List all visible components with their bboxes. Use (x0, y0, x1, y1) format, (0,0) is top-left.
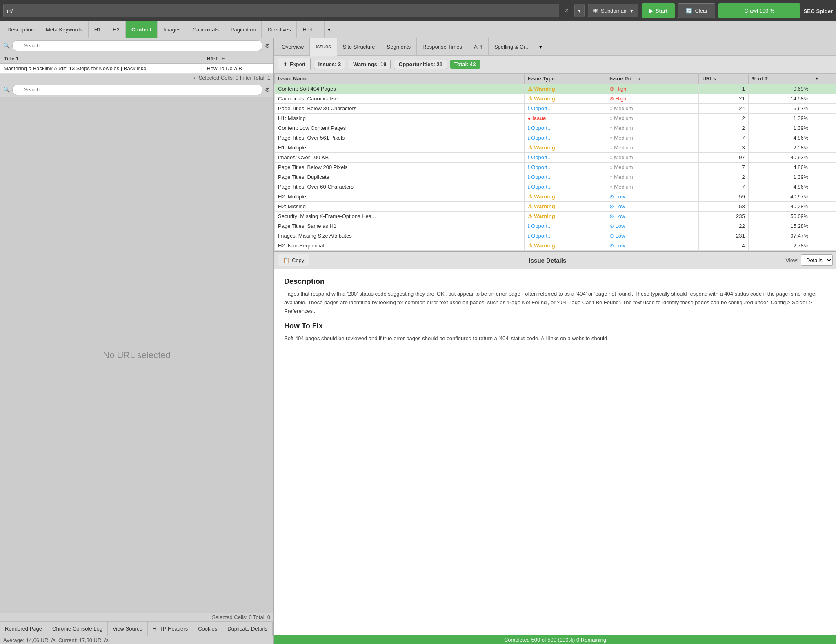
priority-low: ⊙ Low (609, 203, 625, 209)
issue-row[interactable]: Security: Missing X-Frame-Options Hea...… (275, 212, 836, 221)
right-tab-spelling[interactable]: Spelling & Gr... (489, 38, 536, 56)
url-bar[interactable]: m/ (3, 4, 559, 17)
right-tab-response-times[interactable]: Response Times (417, 38, 468, 56)
clear-button[interactable]: 🔄 Clear (678, 3, 715, 18)
copy-button[interactable]: 📋 Copy (278, 254, 309, 266)
priority-low: ⊙ Low (609, 243, 625, 249)
bottom-tab-cookies[interactable]: Cookies (193, 622, 222, 636)
issue-extra-cell (812, 182, 836, 192)
issues-badge[interactable]: Issues: 3 (314, 60, 346, 69)
issue-row[interactable]: Page Titles: Below 30 Characters ℹ Oppor… (275, 104, 836, 114)
issue-name-cell: Content: Soft 404 Pages (275, 84, 525, 94)
right-panel: Overview Issues Site Structure Segments … (274, 38, 836, 644)
lower-filter-icon[interactable]: ⚙ (265, 87, 270, 93)
issue-name-cell: Page Titles: Over 60 Characters (275, 182, 525, 192)
issue-row[interactable]: H2: Missing ⚠ Warning ⊙ Low 58 40,28% (275, 202, 836, 212)
tabs-more-button[interactable]: ▾ (325, 21, 334, 38)
start-button[interactable]: ▶ Start (642, 3, 675, 18)
right-tab-issues[interactable]: Issues (310, 38, 337, 56)
right-tab-overview[interactable]: Overview (276, 38, 310, 56)
issue-urls-cell: 59 (699, 192, 748, 202)
issue-name-cell: Page Titles: Below 200 Pixels (275, 163, 525, 172)
issue-pct-cell: 16,67% (748, 104, 812, 114)
bottom-tabs-row: Rendered Page Chrome Console Log View So… (0, 621, 273, 636)
issue-priority-cell: ○ Medium (606, 153, 699, 163)
issue-type-cell: ⚠ Warning (524, 212, 606, 221)
right-tab-segments[interactable]: Segments (381, 38, 417, 56)
issue-row[interactable]: Page Titles: Same as H1 ℹ Opport... ⊙ Lo… (275, 221, 836, 231)
bottom-tab-duplicate[interactable]: Duplicate Details (222, 622, 273, 636)
issue-priority-cell: ○ Medium (606, 133, 699, 143)
table-row[interactable]: Mastering a Backlink Audit: 13 Steps for… (0, 64, 273, 74)
bottom-tab-headers[interactable]: HTTP Headers (148, 622, 193, 636)
filter-icon[interactable]: ⚙ (265, 42, 270, 49)
tab-directives[interactable]: Directives (262, 21, 297, 38)
issue-row[interactable]: Images: Missing Size Attributes ℹ Opport… (275, 231, 836, 241)
tab-canonicals[interactable]: Canonicals (187, 21, 225, 38)
issue-name-cell: Canonicals: Canonicalised (275, 94, 525, 104)
col-issue-name[interactable]: Issue Name (275, 74, 525, 84)
col-add[interactable]: + (812, 74, 836, 84)
subdomain-button[interactable]: 🕷 Subdomain ▾ (588, 4, 638, 17)
left-search-input[interactable] (12, 40, 262, 51)
issue-row[interactable]: H2: Non-Sequential ⚠ Warning ⊙ Low 4 2,7… (275, 241, 836, 251)
left-status-text: Selected Cells: 0 Filter Total: 1 (199, 75, 270, 81)
bottom-tab-console[interactable]: Chrome Console Log (47, 622, 108, 636)
tab-images[interactable]: Images (158, 21, 187, 38)
issue-type-opport: ℹ Opport... (528, 125, 552, 131)
issue-pct-cell: 40,93% (748, 153, 812, 163)
col-urls[interactable]: URLs (699, 74, 748, 84)
no-url-area: No URL selected (0, 97, 273, 613)
tab-content[interactable]: Content (126, 21, 158, 38)
left-panel: 🔍 ⚙ Title 1 H1-1 + Mastering a Backlink … (0, 38, 274, 644)
issue-type-cell: ℹ Opport... (524, 221, 606, 231)
issue-row[interactable]: Page Titles: Below 200 Pixels ℹ Opport..… (275, 163, 836, 172)
how-to-fix-text: Soft 404 pages should be reviewed and if… (284, 334, 826, 343)
bottom-tab-source[interactable]: View Source (108, 622, 148, 636)
tab-description[interactable]: Description (2, 21, 40, 38)
dropdown-button[interactable]: ▾ (574, 4, 585, 17)
col-pct[interactable]: % of T... (748, 74, 812, 84)
cell-h1: How To Do a B (203, 64, 273, 74)
issue-row[interactable]: Page Titles: Duplicate ℹ Opport... ○ Med… (275, 172, 836, 182)
tab-pagination[interactable]: Pagination (225, 21, 262, 38)
how-to-fix-heading: How To Fix (284, 322, 826, 330)
right-tab-api[interactable]: API (468, 38, 489, 56)
bottom-tab-rendered[interactable]: Rendered Page (0, 622, 47, 636)
col-issue-priority[interactable]: Issue Pri... ▲ (606, 74, 699, 84)
issue-type-opport: ℹ Opport... (528, 184, 552, 190)
close-icon[interactable]: × (563, 5, 571, 16)
right-tab-site-structure[interactable]: Site Structure (337, 38, 381, 56)
tab-h2[interactable]: H2 (107, 21, 126, 38)
issue-row[interactable]: H1: Multiple ⚠ Warning ○ Medium 3 2,08% (275, 143, 836, 153)
tab-meta-keywords[interactable]: Meta Keywords (40, 21, 89, 38)
opportunities-badge[interactable]: Opportunities: 21 (394, 60, 447, 69)
issue-row[interactable]: Content: Low Content Pages ℹ Opport... ○… (275, 123, 836, 133)
col-issue-type[interactable]: Issue Type (524, 74, 606, 84)
issue-name-cell: Page Titles: Below 30 Characters (275, 104, 525, 114)
warnings-badge[interactable]: Warnings: 19 (349, 60, 391, 69)
col-title1[interactable]: Title 1 (0, 53, 203, 64)
issue-pct-cell: 56,09% (748, 212, 812, 221)
issue-extra-cell (812, 202, 836, 212)
issue-priority-cell: ⊗ High (606, 84, 699, 94)
issue-row[interactable]: Content: Soft 404 Pages ⚠ Warning ⊗ High… (275, 84, 836, 94)
issue-row[interactable]: H1: Missing ● Issue ○ Medium 2 1,39% (275, 114, 836, 123)
issue-row[interactable]: Page Titles: Over 60 Characters ℹ Opport… (275, 182, 836, 192)
lower-search-input[interactable] (12, 85, 262, 95)
issue-row[interactable]: H2: Multiple ⚠ Warning ⊙ Low 59 40,97% (275, 192, 836, 202)
total-badge[interactable]: Total: 43 (450, 60, 480, 69)
issue-row[interactable]: Page Titles: Over 561 Pixels ℹ Opport...… (275, 133, 836, 143)
issue-type-opport: ℹ Opport... (528, 174, 552, 180)
tab-hrefl[interactable]: Hrefl... (297, 21, 324, 38)
right-tabs-more[interactable]: ▾ (536, 44, 545, 50)
tab-h1[interactable]: H1 (89, 21, 107, 38)
issue-name-cell: Page Titles: Same as H1 (275, 221, 525, 231)
export-button[interactable]: ⬆ Export (278, 58, 311, 70)
view-dropdown[interactable]: Details (801, 254, 833, 266)
issue-row[interactable]: Images: Over 100 KB ℹ Opport... ○ Medium… (275, 153, 836, 163)
issue-row[interactable]: Canonicals: Canonicalised ⚠ Warning ⊗ Hi… (275, 94, 836, 104)
add-column-button[interactable]: + (220, 55, 226, 62)
issue-type-issue: ● Issue (528, 115, 546, 121)
col-h1-1[interactable]: H1-1 + (203, 53, 273, 64)
